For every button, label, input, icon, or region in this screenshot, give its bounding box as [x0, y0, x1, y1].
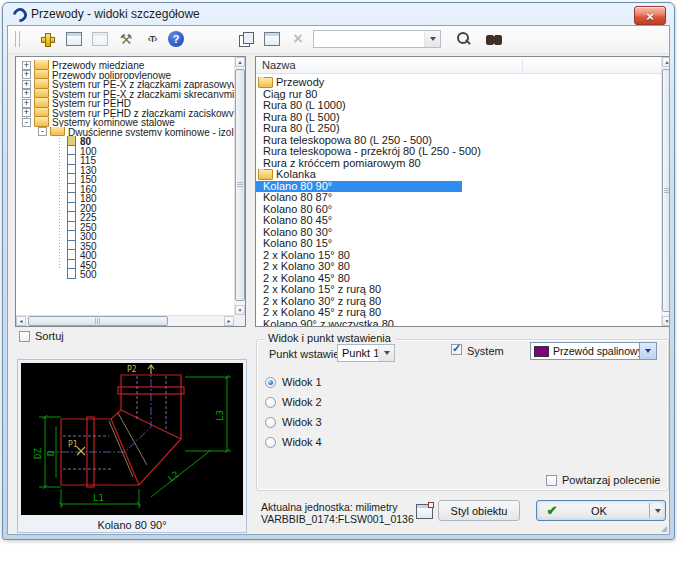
tree-item[interactable]: +System rur PEHD [16, 98, 234, 108]
tree-item[interactable]: +System rur PE-X z złączkami zaprasowywa… [16, 79, 234, 89]
expand-icon[interactable]: + [22, 99, 31, 108]
object-style-button[interactable]: Styl obiektu [438, 500, 520, 521]
titlebar[interactable]: Przewody - widoki szczegółowe [3, 3, 674, 25]
list-item[interactable]: Kolano 80 30° [256, 227, 661, 239]
scroll-left-icon[interactable] [16, 316, 26, 326]
list-item[interactable]: Rura 80 (L 250) [256, 123, 661, 135]
list-item[interactable]: 2 x Kolano 15° z rurą 80 [256, 284, 661, 296]
list-item[interactable]: Rura 80 (L 500) [256, 112, 661, 124]
list-item[interactable]: Rura 80 (L 1000) [256, 100, 661, 112]
system-checkbox[interactable] [451, 344, 462, 355]
tree-vertical-scrollbar[interactable] [234, 57, 245, 315]
search-input[interactable] [314, 31, 424, 47]
search-dropdown-button[interactable] [424, 31, 440, 47]
expand-icon[interactable]: + [22, 108, 31, 117]
add-icon[interactable] [38, 29, 58, 49]
form-view-icon[interactable] [90, 29, 110, 49]
tree-item[interactable]: +Przewody miedziane [16, 60, 234, 70]
copy-icon[interactable] [236, 29, 256, 49]
list-item[interactable]: Kolanka [256, 169, 661, 181]
tree-item[interactable]: 200 [16, 203, 234, 213]
expand-icon[interactable]: + [22, 80, 31, 89]
list-item[interactable]: Kolano 90° z wyczystką 80 [256, 319, 661, 327]
expand-icon[interactable]: + [22, 70, 31, 79]
toolbar-grip-icon[interactable] [15, 31, 20, 47]
tree-item[interactable]: 180 [16, 193, 234, 203]
list-item[interactable]: Rura teleskopowa 80 (L 250 - 500) [256, 135, 661, 147]
text-format-icon[interactable] [142, 29, 162, 49]
expand-icon[interactable]: + [22, 89, 31, 98]
sort-checkbox-row[interactable]: Sortuj [19, 330, 64, 342]
list-item[interactable]: 2 x Kolano 15° 80 [256, 250, 661, 262]
form-edit-icon[interactable] [64, 29, 84, 49]
scrollbar-thumb[interactable] [662, 69, 670, 312]
list-vertical-scrollbar[interactable] [661, 57, 670, 326]
insertion-point-combobox[interactable]: Punkt 1 [337, 344, 395, 362]
list-item[interactable]: 2 x Kolano 45° z rurą 80 [256, 307, 661, 319]
list-item[interactable]: 2 x Kolano 30° z rurą 80 [256, 296, 661, 308]
delete-icon[interactable] [288, 29, 308, 49]
tree-item[interactable]: 450 [16, 260, 234, 270]
tree-item[interactable]: +System rur PE-X z złączkami skręcanymi [16, 89, 234, 99]
list-item[interactable]: Kolano 80 87° [256, 192, 661, 204]
object-style-icon[interactable] [416, 504, 433, 519]
help-icon[interactable] [168, 31, 184, 47]
search-icon[interactable] [454, 29, 474, 49]
tree-item[interactable]: +Przewody polipropylenowe [16, 70, 234, 80]
tree-item[interactable]: 130 [16, 165, 234, 175]
form-properties-icon[interactable] [262, 29, 282, 49]
tree-item[interactable]: 115 [16, 155, 234, 165]
scroll-right-icon[interactable] [224, 316, 234, 326]
expand-icon[interactable]: + [22, 61, 31, 70]
tree-item[interactable]: 500 [16, 269, 234, 279]
tree-item[interactable]: -Dwuścienne systemy kominowe - izolowane [16, 127, 234, 137]
tree-item[interactable]: 250 [16, 222, 234, 232]
repeat-command-row[interactable]: Powtarzaj polecenie [546, 474, 660, 486]
list-column-header[interactable]: Nazwa [256, 57, 661, 74]
tree-item[interactable]: 150 [16, 174, 234, 184]
radio-widok-2[interactable]: Widok 2 [265, 396, 322, 408]
scroll-up-icon[interactable] [662, 57, 670, 67]
tree-item[interactable]: 100 [16, 146, 234, 156]
list-item[interactable]: Kolano 80 90° [256, 181, 462, 193]
close-button[interactable] [634, 6, 666, 25]
list-item[interactable]: Ciąg rur 80 [256, 89, 661, 101]
search-combobox[interactable] [313, 30, 441, 48]
collapse-icon[interactable]: - [38, 127, 47, 136]
tree-item[interactable]: 225 [16, 212, 234, 222]
tree-item[interactable]: -Systemy kominowe stalowe [16, 117, 234, 127]
scrollbar-thumb[interactable] [28, 316, 168, 326]
collapse-icon[interactable]: - [22, 118, 31, 127]
insertion-point-dropdown-button[interactable] [378, 345, 394, 361]
radio-widok-1[interactable]: Widok 1 [265, 376, 322, 388]
ok-dropdown-button[interactable] [650, 501, 665, 520]
tree-horizontal-scrollbar[interactable] [16, 315, 234, 326]
find-icon[interactable] [484, 29, 504, 49]
tree-item[interactable]: 400 [16, 250, 234, 260]
list-item[interactable]: Kolano 80 60° [256, 204, 661, 216]
tools-icon[interactable] [116, 29, 136, 49]
scrollbar-thumb[interactable] [235, 69, 245, 301]
list-item[interactable]: Rura teleskopowa - przekrój 80 (L 250 - … [256, 146, 661, 158]
list-item[interactable]: Rura z króćcem pomiarowym 80 [256, 158, 661, 170]
ok-button[interactable]: OK [536, 500, 666, 521]
list-item[interactable]: Kolano 80 45° [256, 215, 661, 227]
tree-item[interactable]: 80 [16, 136, 234, 146]
scroll-down-icon[interactable] [235, 305, 245, 315]
list-item[interactable]: 2 x Kolano 45° 80 [256, 273, 661, 285]
radio-widok-3[interactable]: Widok 3 [265, 416, 322, 428]
list-item[interactable]: 2 x Kolano 30° 80 [256, 261, 661, 273]
list-item[interactable]: Przewody [256, 77, 661, 89]
resize-grip[interactable] [661, 524, 667, 533]
system-type-dropdown-button[interactable] [639, 343, 656, 359]
scroll-up-icon[interactable] [235, 57, 245, 67]
tree-item[interactable]: 160 [16, 184, 234, 194]
scroll-down-icon[interactable] [662, 316, 670, 326]
system-type-combobox[interactable]: Przewód spalinowy [530, 342, 657, 360]
sort-checkbox[interactable] [19, 331, 30, 342]
tree-item[interactable]: +System rur PEHD z złączkami zaciskowymi [16, 108, 234, 118]
tree-item[interactable]: 350 [16, 241, 234, 251]
radio-widok-4[interactable]: Widok 4 [265, 436, 322, 448]
list-item[interactable]: Kolano 80 15° [256, 238, 661, 250]
tree-item[interactable]: 300 [16, 231, 234, 241]
